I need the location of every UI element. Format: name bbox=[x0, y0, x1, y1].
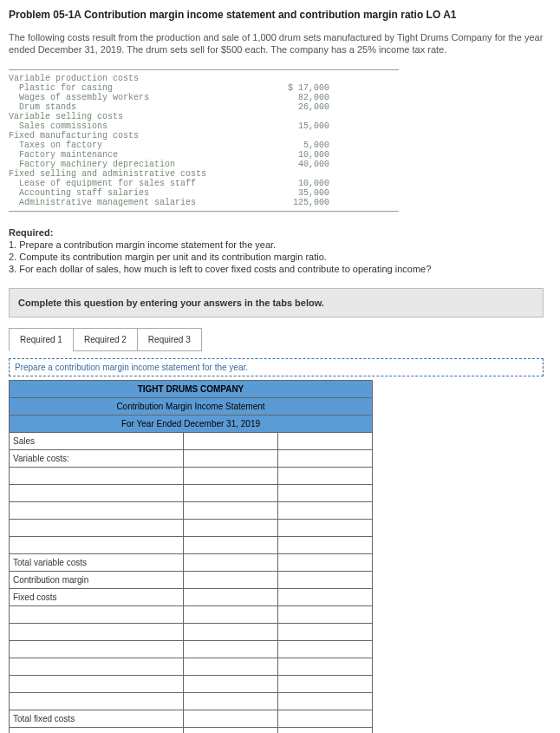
instruction-bar: Complete this question by entering your … bbox=[9, 288, 544, 317]
row-value-cell[interactable] bbox=[277, 693, 372, 710]
problem-title: Problem 05-1A Contribution margin income… bbox=[9, 9, 551, 21]
row-value-cell[interactable] bbox=[277, 728, 372, 733]
table-row: Fixed costs bbox=[10, 589, 373, 606]
row-value-cell[interactable] bbox=[277, 641, 372, 658]
row-value-cell[interactable] bbox=[277, 468, 372, 485]
row-label-cell[interactable] bbox=[10, 502, 184, 520]
table-row: Total variable costs bbox=[10, 554, 373, 572]
row-value-cell[interactable] bbox=[183, 676, 277, 693]
row-value-cell[interactable] bbox=[183, 468, 277, 485]
table-row bbox=[10, 641, 373, 658]
row-value-cell[interactable] bbox=[183, 485, 277, 502]
row-value-cell[interactable] bbox=[183, 433, 277, 450]
tab-required-1[interactable]: Required 1 bbox=[9, 328, 74, 351]
row-label-cell[interactable] bbox=[10, 606, 184, 624]
row-value-cell[interactable] bbox=[183, 502, 277, 520]
row-label-cell[interactable] bbox=[10, 641, 184, 658]
row-label-cell[interactable] bbox=[10, 676, 184, 693]
row-value-cell[interactable] bbox=[183, 589, 277, 606]
cost-row: Administrative management salaries125,00… bbox=[9, 198, 399, 207]
row-value-cell[interactable] bbox=[277, 624, 372, 641]
required-heading: Required: bbox=[9, 227, 551, 238]
row-value-cell[interactable] bbox=[277, 676, 372, 693]
table-row bbox=[10, 468, 373, 485]
row-label-cell[interactable] bbox=[10, 658, 184, 676]
cost-group-header: Fixed manufacturing costs bbox=[9, 131, 399, 141]
cost-group-header: Fixed selling and administrative costs bbox=[9, 169, 399, 179]
required-item-2: 2. Compute its contribution margin per u… bbox=[9, 251, 551, 263]
cost-row: Factory machinery depreciation40,000 bbox=[9, 160, 399, 169]
table-row bbox=[10, 693, 373, 710]
row-label-cell[interactable] bbox=[10, 520, 184, 537]
cost-table: Variable production costs Plastic for ca… bbox=[9, 69, 399, 212]
row-value-cell[interactable] bbox=[183, 520, 277, 537]
row-label-cell[interactable]: Sales bbox=[10, 433, 184, 450]
income-statement-table: TIGHT DRUMS COMPANY Contribution Margin … bbox=[9, 380, 373, 733]
row-value-cell[interactable] bbox=[277, 520, 372, 537]
row-label-cell[interactable]: Total fixed costs bbox=[10, 710, 184, 728]
table-row bbox=[10, 485, 373, 502]
cost-group-header: Variable production costs bbox=[9, 74, 399, 83]
sheet-period: For Year Ended December 31, 2019 bbox=[10, 416, 373, 433]
table-row bbox=[10, 676, 373, 693]
row-value-cell[interactable] bbox=[277, 658, 372, 676]
row-label-cell[interactable] bbox=[10, 468, 184, 485]
cost-row: Wages of assembly workers82,000 bbox=[9, 93, 399, 102]
table-row bbox=[10, 520, 373, 537]
table-row bbox=[10, 658, 373, 676]
table-row bbox=[10, 624, 373, 641]
row-value-cell[interactable] bbox=[183, 641, 277, 658]
row-label-cell[interactable] bbox=[10, 624, 184, 641]
row-label-cell[interactable] bbox=[10, 485, 184, 502]
table-row bbox=[10, 537, 373, 554]
row-value-cell[interactable] bbox=[183, 572, 277, 589]
row-value-cell[interactable] bbox=[183, 728, 277, 733]
row-value-cell[interactable] bbox=[277, 710, 372, 728]
row-value-cell[interactable] bbox=[277, 450, 372, 468]
required-item-1: 1. Prepare a contribution margin income … bbox=[9, 239, 551, 251]
table-row: Total fixed costs bbox=[10, 710, 373, 728]
row-label-cell[interactable] bbox=[10, 693, 184, 710]
sheet-company: TIGHT DRUMS COMPANY bbox=[10, 381, 373, 398]
table-row: Contribution margin bbox=[10, 572, 373, 589]
row-value-cell[interactable] bbox=[183, 537, 277, 554]
row-value-cell[interactable] bbox=[183, 658, 277, 676]
tabs: Required 1 Required 2 Required 3 bbox=[9, 328, 551, 351]
row-value-cell[interactable] bbox=[277, 572, 372, 589]
row-value-cell[interactable] bbox=[277, 606, 372, 624]
row-value-cell[interactable] bbox=[183, 606, 277, 624]
cost-row: Lease of equipment for sales staff10,000 bbox=[9, 179, 399, 188]
required-list: 1. Prepare a contribution margin income … bbox=[9, 239, 551, 276]
table-row bbox=[10, 728, 373, 733]
cost-row: Factory maintenance10,000 bbox=[9, 150, 399, 160]
row-label-cell[interactable]: Variable costs: bbox=[10, 450, 184, 468]
cost-row: Sales commissions15,000 bbox=[9, 121, 399, 131]
sheet-title: Contribution Margin Income Statement bbox=[10, 398, 373, 416]
row-value-cell[interactable] bbox=[183, 710, 277, 728]
tab-required-2[interactable]: Required 2 bbox=[73, 328, 138, 351]
cost-row: Accounting staff salaries35,000 bbox=[9, 188, 399, 198]
table-row: Variable costs: bbox=[10, 450, 373, 468]
row-label-cell[interactable] bbox=[10, 537, 184, 554]
row-value-cell[interactable] bbox=[277, 554, 372, 572]
cost-row: Drum stands26,000 bbox=[9, 102, 399, 112]
row-value-cell[interactable] bbox=[183, 450, 277, 468]
table-row: Sales bbox=[10, 433, 373, 450]
row-value-cell[interactable] bbox=[277, 537, 372, 554]
table-row bbox=[10, 502, 373, 520]
row-value-cell[interactable] bbox=[277, 502, 372, 520]
row-value-cell[interactable] bbox=[277, 589, 372, 606]
row-value-cell[interactable] bbox=[277, 433, 372, 450]
row-value-cell[interactable] bbox=[183, 554, 277, 572]
tab-required-3[interactable]: Required 3 bbox=[137, 328, 202, 351]
tab-prompt: Prepare a contribution margin income sta… bbox=[9, 358, 544, 376]
row-label-cell[interactable]: Contribution margin bbox=[10, 572, 184, 589]
row-value-cell[interactable] bbox=[183, 624, 277, 641]
row-value-cell[interactable] bbox=[183, 693, 277, 710]
cost-group-header: Variable selling costs bbox=[9, 112, 399, 121]
row-label-cell[interactable] bbox=[10, 728, 184, 733]
table-row bbox=[10, 606, 373, 624]
row-label-cell[interactable]: Fixed costs bbox=[10, 589, 184, 606]
row-label-cell[interactable]: Total variable costs bbox=[10, 554, 184, 572]
row-value-cell[interactable] bbox=[277, 485, 372, 502]
